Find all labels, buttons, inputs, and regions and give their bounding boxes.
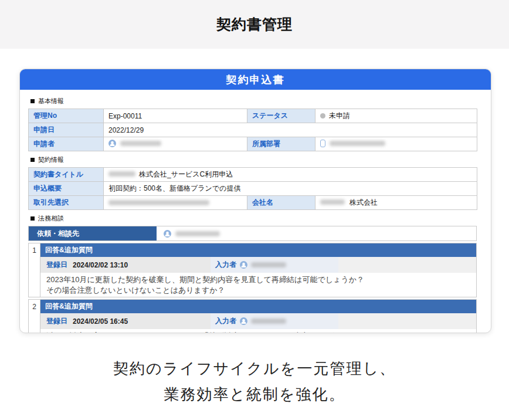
section-marker-icon	[30, 216, 35, 221]
redacted-text	[330, 141, 385, 146]
tagline: 契約のライフサイクルを一元管理し、 業務効率と統制を強化。	[0, 355, 509, 407]
table-row: 取引先選択 会社名 株式会社	[29, 196, 477, 210]
company-name-value: 株式会社	[315, 196, 477, 210]
qa-block-1: 1 回答&追加質問 登録日 2024/02/02 13:10 入力者	[28, 243, 477, 297]
redacted-text	[251, 319, 286, 324]
summary-label: 申込概要	[29, 182, 104, 196]
redacted-text	[175, 231, 220, 236]
table-row: 申請日 2022/12/29	[29, 123, 477, 137]
person-avatar-icon	[240, 317, 247, 325]
shinseisha-label: 申請者	[29, 137, 104, 151]
person-avatar-icon	[240, 261, 247, 269]
tagline-line-1: 契約のライフサイクルを一元管理し、	[0, 355, 509, 381]
status-value: 未申請	[315, 109, 477, 123]
page-header: 契約書管理	[0, 0, 509, 49]
qa-registered-segment: 登録日 2024/02/05 16:45	[40, 313, 211, 329]
section-marker-icon	[30, 99, 35, 103]
registered-date-value: 2024/02/02 13:10	[73, 261, 128, 269]
author-label: 入力者	[215, 316, 236, 326]
section-basic-info-label: 基本情報	[38, 97, 64, 106]
page-title: 契約書管理	[216, 15, 293, 34]
partner-select-value	[104, 196, 247, 210]
qa-meta-row: 登録日 2024/02/05 16:45 入力者	[40, 313, 476, 329]
contract-info-table: 契約書タイトル 株式会社_サービスC利用申込 申込概要 初回契約：500名、新価…	[28, 167, 477, 210]
company-name-label: 会社名	[247, 196, 315, 210]
qa-registered-segment: 登録日 2024/02/02 13:10	[40, 257, 211, 273]
qa-content-line: その場合注意しないといけないことはありますか？	[46, 285, 471, 296]
shinsei-date-label: 申請日	[29, 123, 104, 137]
user-chip	[164, 230, 220, 238]
qa-content: 2023年10月に更新した契約を破棄し、期間と契約内容を見直して再締結は可能でし…	[40, 273, 476, 297]
section-legal-consult: 法務相談	[30, 214, 476, 223]
busho-value	[315, 137, 477, 151]
status-dot-icon	[320, 113, 325, 118]
qa-row-number: 2	[29, 300, 40, 333]
qa-row-number: 1	[29, 243, 40, 297]
kanri-no-label: 管理No	[29, 109, 104, 123]
form-title-bar: 契約申込書	[20, 69, 491, 90]
redacted-text	[108, 200, 209, 205]
section-contract-info-label: 契約情報	[38, 155, 64, 164]
registered-date-label: 登録日	[46, 260, 67, 270]
form-scroll-area[interactable]: 基本情報 管理No Exp-00011 ステータス 未申請 申請日 2022/1…	[20, 90, 491, 333]
summary-value: 初回契約：500名、新価格プランでの提供	[104, 182, 477, 196]
person-avatar-icon	[164, 230, 171, 238]
section-contract-info: 契約情報	[30, 155, 476, 164]
consult-destination-value	[157, 226, 476, 241]
department-icon	[320, 140, 325, 147]
department-chip	[320, 140, 385, 147]
table-row: 申請者 所属部署	[29, 137, 477, 151]
redacted-text	[320, 199, 345, 205]
qa-meta-spacer	[338, 257, 476, 273]
table-row: 管理No Exp-00011 ステータス 未申請	[29, 109, 477, 123]
tagline-line-2: 業務効率と統制を強化。	[0, 381, 509, 407]
contract-title-value: 株式会社_サービスC利用申込	[104, 168, 477, 182]
section-marker-icon	[30, 158, 35, 162]
author-label: 入力者	[215, 260, 236, 270]
qa-header-bar: 回答&追加質問	[40, 300, 476, 313]
consult-destination-label: 依頼・相談先	[29, 226, 157, 241]
kanri-no-value: Exp-00011	[104, 109, 247, 123]
consult-destination-row: 依頼・相談先	[28, 226, 477, 241]
qa-main: 回答&追加質問 登録日 2024/02/05 16:45 入力者 以下の対応で宜…	[40, 300, 476, 333]
redacted-text	[120, 141, 161, 146]
section-basic-info: 基本情報	[30, 97, 476, 106]
registered-date-value: 2024/02/05 16:45	[73, 317, 128, 326]
qa-header-bar: 回答&追加質問	[40, 243, 476, 257]
qa-block-2: 2 回答&追加質問 登録日 2024/02/05 16:45 入力者	[28, 299, 477, 333]
shinsei-date-value: 2022/12/29	[104, 123, 477, 137]
company-name-text: 株式会社	[349, 198, 378, 206]
contract-title-label: 契約書タイトル	[29, 168, 104, 182]
person-avatar-icon	[108, 140, 116, 147]
qa-main: 回答&追加質問 登録日 2024/02/02 13:10 入力者 2023年10…	[40, 243, 476, 297]
qa-meta-row: 登録日 2024/02/02 13:10 入力者	[40, 257, 476, 273]
table-row: 契約書タイトル 株式会社_サービスC利用申込	[29, 168, 477, 182]
table-row: 申込概要 初回契約：500名、新価格プランでの提供	[29, 182, 477, 196]
shinseisha-value	[104, 137, 247, 151]
status-text: 未申請	[329, 111, 350, 120]
qa-content-line: 2023年10月に更新した契約を破棄し、期間と契約内容を見直して再締結は可能でし…	[46, 275, 471, 285]
qa-author-segment: 入力者	[211, 313, 338, 329]
qa-author-segment: 入力者	[211, 257, 338, 273]
qa-content: 以下の対応で宜しくお願いします。あくまで「特別対応」であることを先方には理解して…	[40, 329, 476, 333]
contract-form-card: 契約申込書 基本情報 管理No Exp-00011 ステータス 未申請 申請日 …	[19, 69, 491, 333]
section-legal-consult-label: 法務相談	[38, 214, 64, 223]
redacted-text	[108, 171, 135, 177]
contract-title-text: 株式会社_サービスC利用申込	[139, 170, 233, 178]
partner-select-label: 取引先選択	[29, 196, 104, 210]
redacted-text	[251, 262, 286, 267]
status-label: ステータス	[247, 109, 315, 123]
busho-label: 所属部署	[247, 137, 315, 151]
qa-meta-spacer	[338, 313, 476, 329]
user-chip	[108, 140, 161, 147]
registered-date-label: 登録日	[46, 316, 67, 326]
qa-content-line: 以下の対応で宜しくお願いします。あくまで「特別対応」であることを先方には理解して…	[46, 331, 471, 333]
form-title: 契約申込書	[226, 73, 285, 87]
basic-info-table: 管理No Exp-00011 ステータス 未申請 申請日 2022/12/29 …	[28, 109, 477, 151]
